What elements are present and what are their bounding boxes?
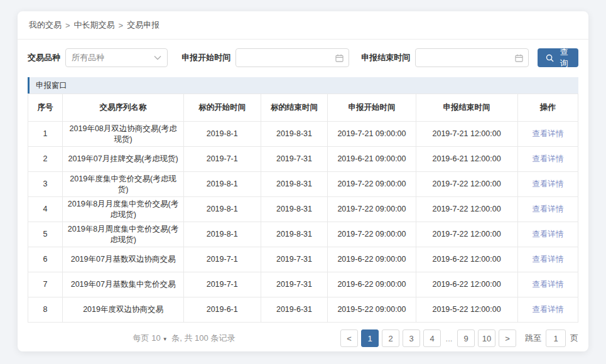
product-type-select[interactable]: 所有品种 xyxy=(65,48,168,67)
cell-declare-start: 2019-7-21 09:00:00 xyxy=(328,122,416,147)
cell-declare-end: 2019-5-22 12:00:00 xyxy=(416,297,517,323)
cell-target-start: 2019-8-1 xyxy=(183,122,261,147)
cell-target-end: 2019-8-31 xyxy=(261,197,328,222)
filter-bar: 交易品种 所有品种 申报开始时间 申报结束时间 查询 xyxy=(18,40,588,75)
cell-declare-start: 2019-7-22 09:00:00 xyxy=(328,172,416,197)
view-details-link[interactable]: 查看详情 xyxy=(532,230,563,238)
cell-declare-end: 2019-6-22 12:00:00 xyxy=(416,247,517,272)
declare-start-time-input[interactable] xyxy=(241,53,335,63)
table-row: 2 2019年07月挂牌交易(考虑现货) 2019-7-1 2019-7-31 … xyxy=(28,147,578,172)
breadcrumb-item-mid-long-term[interactable]: 中长期交易 xyxy=(74,19,115,31)
table-footer: 每页 10▼ 条, 共 100 条记录 < 1 2 3 4 ... 9 10 >… xyxy=(28,329,578,347)
cell-target-end: 2019-8-31 xyxy=(261,122,328,147)
page-button-3[interactable]: 3 xyxy=(403,329,420,347)
calendar-icon[interactable] xyxy=(335,54,344,62)
cell-sequence-name: 2019年07月挂牌交易(考虑现货) xyxy=(63,147,184,172)
jump-page-input[interactable] xyxy=(546,329,566,347)
per-page-prefix: 每页 xyxy=(133,333,149,343)
cell-index: 4 xyxy=(28,197,63,222)
view-details-link[interactable]: 查看详情 xyxy=(532,280,563,289)
table-row: 5 2019年8月周度集中竞价交易(考虑现货) 2019-8-1 2019-8-… xyxy=(28,222,578,247)
cell-target-start: 2019-8-1 xyxy=(183,172,261,197)
breadcrumb-item-trade-declaration: 交易申报 xyxy=(127,19,160,31)
cell-declare-end: 2019-7-22 12:00:00 xyxy=(416,172,517,197)
cell-index: 1 xyxy=(28,122,63,147)
content-card: 我的交易 > 中长期交易 > 交易申报 交易品种 所有品种 申报开始时间 申报结… xyxy=(18,11,588,351)
cell-target-end: 2019-7-31 xyxy=(261,147,328,172)
page-button-2[interactable]: 2 xyxy=(382,329,399,347)
cell-sequence-name: 2019年度双边协商交易 xyxy=(63,297,184,323)
cell-target-start: 2019-7-1 xyxy=(183,147,261,172)
cell-index: 3 xyxy=(28,172,63,197)
cell-declare-end: 2019-7-21 12:00:00 xyxy=(416,122,517,147)
table-row: 3 2019年度集中竞价交易(考虑现货) 2019-8-1 2019-8-31 … xyxy=(28,172,578,197)
cell-declare-end: 2019-6-22 12:00:00 xyxy=(416,272,517,297)
view-details-link[interactable]: 查看详情 xyxy=(532,255,563,264)
cell-index: 8 xyxy=(28,297,63,323)
section-header-declaration-window: 申报窗口 xyxy=(28,77,578,94)
column-header-sequence-name: 交易序列名称 xyxy=(63,94,184,122)
breadcrumb: 我的交易 > 中长期交易 > 交易申报 xyxy=(18,11,588,40)
view-details-link[interactable]: 查看详情 xyxy=(532,179,563,188)
prev-page-button[interactable]: < xyxy=(340,329,358,347)
cell-target-start: 2019-8-1 xyxy=(183,222,261,247)
declaration-table: 序号 交易序列名称 标的开始时间 标的结束时间 申报开始时间 申报结束时间 操作… xyxy=(28,94,578,323)
table-row: 7 2019年07月基数集中竞价交易 2019-7-1 2019-7-31 20… xyxy=(28,272,578,297)
view-details-link[interactable]: 查看详情 xyxy=(532,205,563,213)
calendar-icon[interactable] xyxy=(515,54,523,62)
cell-declare-start: 2019-6-22 09:00:00 xyxy=(328,272,416,297)
jump-page-unit-label: 页 xyxy=(570,333,578,344)
page-button-9[interactable]: 9 xyxy=(457,329,475,347)
cell-sequence-name: 2019年08月双边协商交易(考虑现货) xyxy=(63,122,184,147)
cell-target-end: 2019-8-31 xyxy=(261,172,328,197)
section-title: 申报窗口 xyxy=(36,81,67,90)
breadcrumb-separator: > xyxy=(65,21,70,30)
cell-declare-start: 2019-6-21 09:00:00 xyxy=(328,147,416,172)
cell-target-start: 2019-7-1 xyxy=(183,247,261,272)
records-summary: 每页 10▼ 条, 共 100 条记录 xyxy=(28,333,340,344)
cell-target-end: 2019-7-31 xyxy=(261,272,328,297)
view-details-link[interactable]: 查看详情 xyxy=(532,129,563,138)
declare-end-time-label: 申报结束时间 xyxy=(361,52,410,63)
page-button-10[interactable]: 10 xyxy=(478,329,495,347)
records-total-text: 条, 共 100 条记录 xyxy=(171,333,235,343)
page-button-1[interactable]: 1 xyxy=(361,329,379,347)
page-ellipsis: ... xyxy=(444,329,454,347)
per-page-value[interactable]: 10 xyxy=(151,333,160,343)
cell-sequence-name: 2019年8月周度集中竞价交易(考虑现货) xyxy=(63,222,184,247)
breadcrumb-item-my-trades[interactable]: 我的交易 xyxy=(29,19,62,31)
cell-target-start: 2019-8-1 xyxy=(183,197,261,222)
view-details-link[interactable]: 查看详情 xyxy=(532,305,563,314)
view-details-link[interactable]: 查看详情 xyxy=(532,154,563,163)
next-page-button[interactable]: > xyxy=(499,329,516,347)
cell-index: 7 xyxy=(28,272,63,297)
cell-target-end: 2019-8-31 xyxy=(261,222,328,247)
cell-target-end: 2019-6-31 xyxy=(261,297,328,323)
cell-index: 5 xyxy=(28,222,63,247)
search-icon xyxy=(546,54,554,62)
cell-target-end: 2019-7-31 xyxy=(261,247,328,272)
table-header-row: 序号 交易序列名称 标的开始时间 标的结束时间 申报开始时间 申报结束时间 操作 xyxy=(28,94,578,122)
table-row: 4 2019年8月月度集中竞价交易(考虑现货) 2019-8-1 2019-8-… xyxy=(28,197,578,222)
column-header-index: 序号 xyxy=(28,94,63,122)
table-row: 8 2019年度双边协商交易 2019-6-1 2019-6-31 2019-5… xyxy=(28,297,578,323)
cell-declare-end: 2019-6-21 12:00:00 xyxy=(416,147,517,172)
declare-start-time-field xyxy=(235,48,349,67)
chevron-down-icon xyxy=(154,55,161,60)
dropdown-arrow-icon[interactable]: ▼ xyxy=(163,336,168,342)
declare-end-time-input[interactable] xyxy=(421,53,515,63)
column-header-declare-end: 申报结束时间 xyxy=(416,94,517,122)
column-header-target-end: 标的结束时间 xyxy=(261,94,328,122)
page-button-4[interactable]: 4 xyxy=(423,329,441,347)
cell-target-start: 2019-7-1 xyxy=(183,272,261,297)
search-button[interactable]: 查询 xyxy=(538,48,578,67)
column-header-target-start: 标的开始时间 xyxy=(183,94,261,122)
product-type-label: 交易品种 xyxy=(28,52,60,63)
page-jump: 跳至 页 xyxy=(525,329,578,347)
cell-declare-end: 2019-7-22 12:00:00 xyxy=(416,222,517,247)
cell-declare-end: 2019-7-22 12:00:00 xyxy=(416,197,517,222)
jump-to-label: 跳至 xyxy=(525,333,541,344)
table-row: 6 2019年07月基数双边协商交易 2019-7-1 2019-7-31 20… xyxy=(28,247,578,272)
breadcrumb-separator: > xyxy=(119,21,124,30)
declare-start-time-label: 申报开始时间 xyxy=(181,52,230,63)
